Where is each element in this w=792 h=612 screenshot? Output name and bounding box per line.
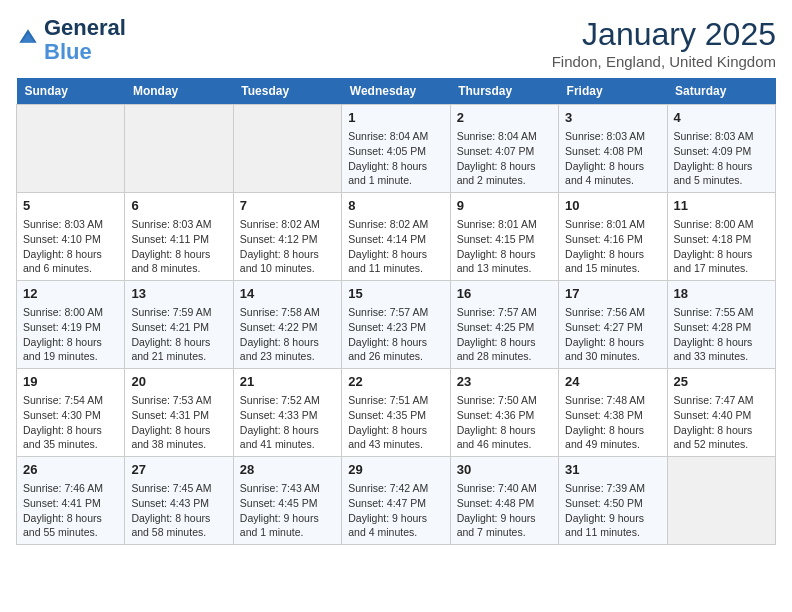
cell-line: Sunrise: 8:04 AM: [457, 130, 537, 142]
cell-line: Daylight: 8 hours and 46 minutes.: [457, 424, 536, 451]
calendar-cell: 7Sunrise: 8:02 AMSunset: 4:12 PMDaylight…: [233, 193, 341, 281]
calendar-cell: 10Sunrise: 8:01 AMSunset: 4:16 PMDayligh…: [559, 193, 667, 281]
cell-line: Sunrise: 7:40 AM: [457, 482, 537, 494]
calendar-cell: 29Sunrise: 7:42 AMSunset: 4:47 PMDayligh…: [342, 457, 450, 545]
cell-line: Daylight: 8 hours and 4 minutes.: [565, 160, 644, 187]
cell-line: Sunrise: 7:53 AM: [131, 394, 211, 406]
cell-content: Sunrise: 7:58 AMSunset: 4:22 PMDaylight:…: [240, 305, 335, 364]
cell-line: Sunset: 4:31 PM: [131, 409, 209, 421]
location-title: Findon, England, United Kingdom: [552, 53, 776, 70]
day-number: 1: [348, 109, 443, 127]
cell-line: Sunset: 4:14 PM: [348, 233, 426, 245]
cell-content: Sunrise: 8:03 AMSunset: 4:08 PMDaylight:…: [565, 129, 660, 188]
logo-line1: General: [44, 16, 126, 40]
cell-content: Sunrise: 7:52 AMSunset: 4:33 PMDaylight:…: [240, 393, 335, 452]
calendar-cell: 30Sunrise: 7:40 AMSunset: 4:48 PMDayligh…: [450, 457, 558, 545]
cell-line: Sunset: 4:25 PM: [457, 321, 535, 333]
logo-line2: Blue: [44, 40, 126, 64]
cell-line: Daylight: 8 hours and 21 minutes.: [131, 336, 210, 363]
weekday-header-tuesday: Tuesday: [233, 78, 341, 105]
calendar-cell: 2Sunrise: 8:04 AMSunset: 4:07 PMDaylight…: [450, 105, 558, 193]
cell-line: Daylight: 8 hours and 28 minutes.: [457, 336, 536, 363]
cell-content: Sunrise: 7:53 AMSunset: 4:31 PMDaylight:…: [131, 393, 226, 452]
cell-line: Sunset: 4:41 PM: [23, 497, 101, 509]
cell-line: Daylight: 8 hours and 10 minutes.: [240, 248, 319, 275]
calendar-cell: 14Sunrise: 7:58 AMSunset: 4:22 PMDayligh…: [233, 281, 341, 369]
day-number: 25: [674, 373, 769, 391]
cell-line: Daylight: 8 hours and 38 minutes.: [131, 424, 210, 451]
page-header: General Blue January 2025 Findon, Englan…: [16, 16, 776, 70]
day-number: 22: [348, 373, 443, 391]
day-number: 13: [131, 285, 226, 303]
calendar-cell: 18Sunrise: 7:55 AMSunset: 4:28 PMDayligh…: [667, 281, 775, 369]
calendar-cell: [125, 105, 233, 193]
cell-line: Sunrise: 8:01 AM: [565, 218, 645, 230]
calendar-cell: 20Sunrise: 7:53 AMSunset: 4:31 PMDayligh…: [125, 369, 233, 457]
calendar-cell: 23Sunrise: 7:50 AMSunset: 4:36 PMDayligh…: [450, 369, 558, 457]
cell-line: Daylight: 8 hours and 11 minutes.: [348, 248, 427, 275]
day-number: 15: [348, 285, 443, 303]
day-number: 5: [23, 197, 118, 215]
calendar-week-row: 1Sunrise: 8:04 AMSunset: 4:05 PMDaylight…: [17, 105, 776, 193]
cell-line: Sunset: 4:28 PM: [674, 321, 752, 333]
calendar-cell: 8Sunrise: 8:02 AMSunset: 4:14 PMDaylight…: [342, 193, 450, 281]
cell-line: Sunset: 4:50 PM: [565, 497, 643, 509]
day-number: 9: [457, 197, 552, 215]
cell-line: Sunset: 4:10 PM: [23, 233, 101, 245]
cell-line: Sunrise: 8:02 AM: [240, 218, 320, 230]
day-number: 24: [565, 373, 660, 391]
cell-line: Daylight: 8 hours and 30 minutes.: [565, 336, 644, 363]
cell-line: Sunset: 4:21 PM: [131, 321, 209, 333]
cell-line: Sunrise: 8:00 AM: [23, 306, 103, 318]
cell-line: Daylight: 8 hours and 15 minutes.: [565, 248, 644, 275]
calendar-cell: 4Sunrise: 8:03 AMSunset: 4:09 PMDaylight…: [667, 105, 775, 193]
cell-line: Sunset: 4:22 PM: [240, 321, 318, 333]
calendar-cell: [233, 105, 341, 193]
weekday-header-monday: Monday: [125, 78, 233, 105]
cell-line: Sunset: 4:16 PM: [565, 233, 643, 245]
calendar-week-row: 19Sunrise: 7:54 AMSunset: 4:30 PMDayligh…: [17, 369, 776, 457]
cell-content: Sunrise: 8:01 AMSunset: 4:15 PMDaylight:…: [457, 217, 552, 276]
cell-content: Sunrise: 7:56 AMSunset: 4:27 PMDaylight:…: [565, 305, 660, 364]
calendar-cell: 27Sunrise: 7:45 AMSunset: 4:43 PMDayligh…: [125, 457, 233, 545]
cell-content: Sunrise: 8:02 AMSunset: 4:14 PMDaylight:…: [348, 217, 443, 276]
calendar-cell: [667, 457, 775, 545]
day-number: 3: [565, 109, 660, 127]
cell-line: Sunset: 4:07 PM: [457, 145, 535, 157]
cell-line: Daylight: 8 hours and 2 minutes.: [457, 160, 536, 187]
cell-content: Sunrise: 8:02 AMSunset: 4:12 PMDaylight:…: [240, 217, 335, 276]
day-number: 8: [348, 197, 443, 215]
cell-line: Sunset: 4:33 PM: [240, 409, 318, 421]
calendar-cell: 12Sunrise: 8:00 AMSunset: 4:19 PMDayligh…: [17, 281, 125, 369]
cell-line: Daylight: 8 hours and 6 minutes.: [23, 248, 102, 275]
cell-line: Daylight: 8 hours and 52 minutes.: [674, 424, 753, 451]
calendar-cell: 22Sunrise: 7:51 AMSunset: 4:35 PMDayligh…: [342, 369, 450, 457]
cell-line: Sunset: 4:19 PM: [23, 321, 101, 333]
cell-line: Sunrise: 8:03 AM: [674, 130, 754, 142]
calendar-cell: 6Sunrise: 8:03 AMSunset: 4:11 PMDaylight…: [125, 193, 233, 281]
cell-content: Sunrise: 8:01 AMSunset: 4:16 PMDaylight:…: [565, 217, 660, 276]
cell-content: Sunrise: 7:57 AMSunset: 4:23 PMDaylight:…: [348, 305, 443, 364]
day-number: 19: [23, 373, 118, 391]
day-number: 31: [565, 461, 660, 479]
weekday-header-friday: Friday: [559, 78, 667, 105]
cell-line: Daylight: 8 hours and 8 minutes.: [131, 248, 210, 275]
cell-line: Sunrise: 8:01 AM: [457, 218, 537, 230]
day-number: 14: [240, 285, 335, 303]
cell-line: Sunrise: 7:50 AM: [457, 394, 537, 406]
calendar-cell: 15Sunrise: 7:57 AMSunset: 4:23 PMDayligh…: [342, 281, 450, 369]
cell-content: Sunrise: 7:40 AMSunset: 4:48 PMDaylight:…: [457, 481, 552, 540]
cell-content: Sunrise: 7:43 AMSunset: 4:45 PMDaylight:…: [240, 481, 335, 540]
day-number: 30: [457, 461, 552, 479]
day-number: 20: [131, 373, 226, 391]
day-number: 2: [457, 109, 552, 127]
cell-line: Daylight: 8 hours and 35 minutes.: [23, 424, 102, 451]
cell-line: Sunrise: 8:02 AM: [348, 218, 428, 230]
cell-line: Daylight: 8 hours and 13 minutes.: [457, 248, 536, 275]
calendar-cell: 5Sunrise: 8:03 AMSunset: 4:10 PMDaylight…: [17, 193, 125, 281]
cell-content: Sunrise: 7:55 AMSunset: 4:28 PMDaylight:…: [674, 305, 769, 364]
calendar-cell: 17Sunrise: 7:56 AMSunset: 4:27 PMDayligh…: [559, 281, 667, 369]
cell-content: Sunrise: 7:51 AMSunset: 4:35 PMDaylight:…: [348, 393, 443, 452]
weekday-header-thursday: Thursday: [450, 78, 558, 105]
calendar-week-row: 5Sunrise: 8:03 AMSunset: 4:10 PMDaylight…: [17, 193, 776, 281]
